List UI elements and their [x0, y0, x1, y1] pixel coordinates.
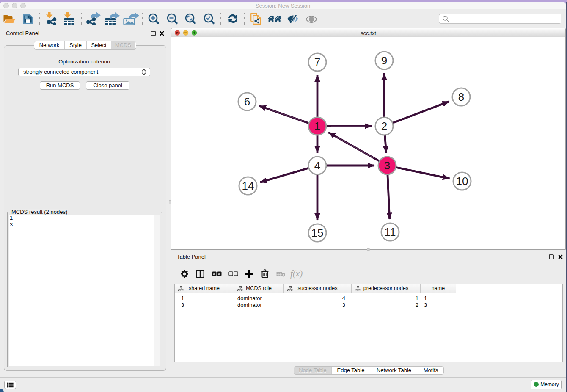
svg-text:2: 2	[381, 120, 387, 133]
svg-text:1: 1	[314, 120, 320, 133]
svg-text:3: 3	[384, 159, 390, 172]
svg-text:14: 14	[242, 179, 254, 192]
svg-text:15: 15	[311, 226, 324, 239]
svg-text:7: 7	[314, 56, 320, 69]
svg-text:11: 11	[385, 226, 396, 238]
svg-text:6: 6	[244, 95, 250, 108]
svg-text:8: 8	[458, 91, 464, 103]
svg-text:9: 9	[381, 54, 387, 67]
svg-text:4: 4	[314, 159, 320, 172]
svg-text:10: 10	[456, 175, 468, 188]
